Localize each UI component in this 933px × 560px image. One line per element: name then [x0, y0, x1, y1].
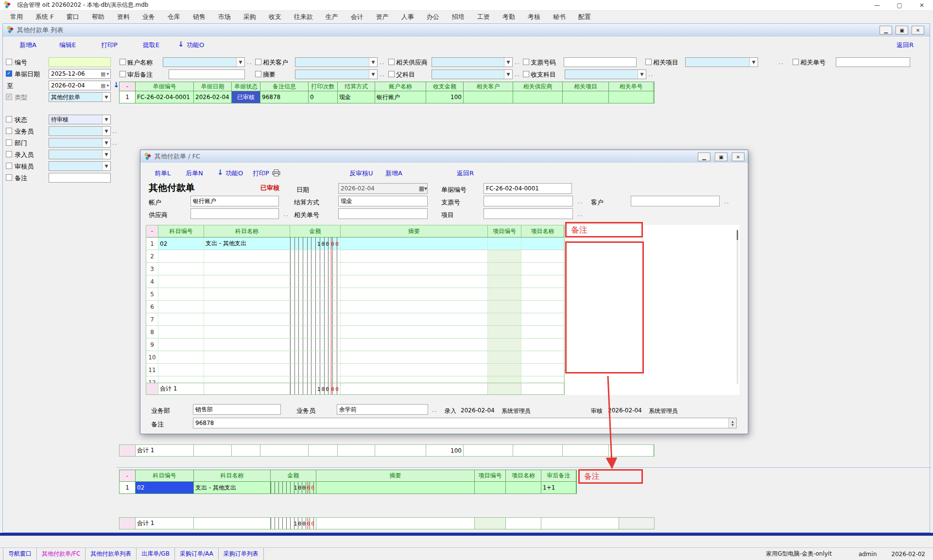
prev-doc-button[interactable]: 前单L [155, 169, 171, 178]
salesman-dropdown[interactable]: ▼ [49, 126, 111, 136]
menu-item[interactable]: 考核 [521, 13, 547, 21]
status-checkbox[interactable] [6, 116, 12, 122]
menu-item[interactable]: 生产 [319, 13, 345, 21]
lookup-dots[interactable]: .. [577, 211, 583, 218]
lookup-dots[interactable]: .. [112, 128, 118, 135]
header-seq[interactable]: - [120, 470, 136, 481]
dept-checkbox[interactable] [6, 139, 12, 146]
ref-no-checkbox[interactable] [793, 59, 799, 65]
scrollbar-thumb[interactable] [737, 230, 738, 240]
no-input[interactable] [49, 57, 111, 67]
note-input[interactable]: 96878 ▲▼ [193, 418, 737, 428]
header-project-code[interactable]: 项目编号 [475, 470, 506, 481]
entry-clerk-dropdown[interactable]: ▼ [49, 150, 111, 159]
header-post-note[interactable]: 审后备注 [541, 470, 576, 481]
edit-button[interactable]: 编辑E [59, 41, 76, 50]
ref-no-input[interactable] [836, 57, 910, 67]
lookup-dots[interactable]: .. [515, 59, 520, 66]
note-input[interactable] [49, 173, 111, 183]
apply-filter-arrow-icon[interactable]: ↓ [113, 82, 120, 89]
menu-item[interactable]: 往来款 [288, 13, 319, 21]
menu-item[interactable]: 秘书 [547, 13, 572, 21]
menu-item[interactable]: 办公 [420, 13, 446, 21]
grid-row[interactable]: 9 [146, 339, 564, 351]
customer-dropdown[interactable]: ▼ [295, 57, 378, 67]
menu-item[interactable]: 仓库 [161, 13, 187, 21]
header-project-code[interactable]: 项目编号 [488, 225, 521, 237]
summary-dropdown[interactable]: ▼ [295, 69, 378, 79]
next-doc-button[interactable]: 后单N [186, 169, 203, 178]
table-row[interactable]: 1 FC-26-02-04-0001 2026-02-04 已审核 96878 … [119, 91, 655, 103]
header-subject-name[interactable]: 科目名称 [204, 225, 290, 237]
lookup-dots[interactable]: .. [648, 71, 654, 78]
header-supplier[interactable]: 相关供应商 [513, 82, 563, 91]
menu-item[interactable]: 资料 [111, 13, 136, 21]
header-summary[interactable]: 摘要 [316, 470, 475, 481]
project-dropdown[interactable]: ▼ [685, 57, 758, 67]
spinner-icon[interactable]: ▲▼ [728, 418, 736, 428]
header-account[interactable]: 账户名称 [375, 82, 426, 91]
taskbar-tab-outbound[interactable]: 出库单/GB [137, 548, 175, 560]
post-note-checkbox[interactable] [120, 71, 126, 77]
printer-icon[interactable] [272, 170, 280, 176]
note-checkbox[interactable] [6, 174, 12, 181]
grid-row[interactable]: 3 [146, 263, 564, 275]
header-amount[interactable]: 收支金额 [426, 82, 464, 91]
lookup-dots[interactable]: .. [778, 59, 784, 66]
list-close-icon[interactable]: ✕ [912, 26, 924, 34]
menu-item[interactable]: 配置 [572, 13, 597, 21]
lookup-dots[interactable]: .. [283, 211, 289, 218]
header-amount[interactable]: 金额 [271, 470, 316, 481]
new-button[interactable]: 新增A [385, 169, 402, 178]
minimize-icon[interactable]: — [866, 0, 888, 10]
function-button[interactable]: 功能O [187, 41, 204, 50]
menu-item[interactable]: 市场 [212, 13, 237, 21]
cheque-no-checkbox[interactable] [523, 59, 529, 65]
taskbar-tab-payment-list[interactable]: 其他付款单列表 [86, 548, 137, 560]
date-to-input[interactable]: 2026-02-04▦▾ [49, 81, 111, 90]
new-button[interactable]: 新增A [19, 41, 36, 50]
cheque-input[interactable] [484, 196, 573, 206]
menu-item[interactable]: 工资 [471, 13, 496, 21]
ie-subject-dropdown[interactable]: ▼ [565, 69, 646, 79]
grid-scrollbar[interactable] [737, 229, 738, 384]
header-subject-code[interactable]: 科目编号 [136, 470, 194, 481]
taskbar-tab-purchase-list[interactable]: 采购订单列表 [219, 548, 264, 560]
customer-input[interactable] [631, 196, 720, 206]
taskbar-tab-payment-doc[interactable]: 其他付款单/FC [37, 548, 86, 560]
lookup-dots[interactable]: .. [515, 71, 520, 78]
menu-item[interactable]: 考勤 [496, 13, 521, 21]
auditor-checkbox[interactable] [6, 163, 12, 169]
cheque-no-input[interactable] [564, 57, 637, 67]
date-from-input[interactable]: 2025-12-06▦▾ [49, 69, 111, 79]
header-project-name[interactable]: 项目名称 [521, 225, 564, 237]
grid-row[interactable]: 1 02 支出 - 其他支出 10000 [146, 238, 564, 250]
grid-row[interactable]: 2 [146, 250, 564, 263]
entry-clerk-checkbox[interactable] [6, 151, 12, 157]
grid-row[interactable]: 4 [146, 275, 564, 288]
ref-input[interactable] [338, 208, 428, 219]
function-button[interactable]: 功能O [225, 169, 243, 178]
menu-item[interactable]: 系统 F [29, 13, 60, 21]
account-input[interactable]: 银行账户 [190, 196, 279, 206]
type-dropdown[interactable]: 其他付款单▼ [49, 92, 111, 102]
lookup-dots[interactable]: .. [724, 198, 730, 205]
summary-checkbox[interactable] [255, 71, 261, 77]
lookup-dots[interactable]: .. [380, 59, 385, 66]
grid-row[interactable]: 11 [146, 364, 564, 376]
header-doc-date[interactable]: 单据日期 [194, 82, 232, 91]
detail-restore-icon[interactable]: ▣ [715, 153, 727, 161]
auditor-dropdown[interactable]: ▼ [49, 161, 111, 171]
menu-item[interactable]: 招培 [446, 13, 471, 21]
menu-item[interactable]: 业务 [136, 13, 161, 21]
ie-subject-checkbox[interactable] [523, 71, 529, 77]
status-dropdown[interactable]: 待审核▼ [49, 115, 111, 124]
account-checkbox[interactable] [120, 59, 126, 65]
salesman-checkbox[interactable] [6, 128, 12, 134]
back-button[interactable]: 返回R [457, 169, 474, 178]
taskbar-tab-navigator[interactable]: 导航窗口 [3, 548, 37, 560]
back-button[interactable]: 返回R [897, 41, 914, 50]
list-minimize-icon[interactable]: ▁ [880, 26, 892, 34]
menu-item[interactable]: 资产 [370, 13, 395, 21]
header-prints[interactable]: 打印次数 [309, 82, 338, 91]
